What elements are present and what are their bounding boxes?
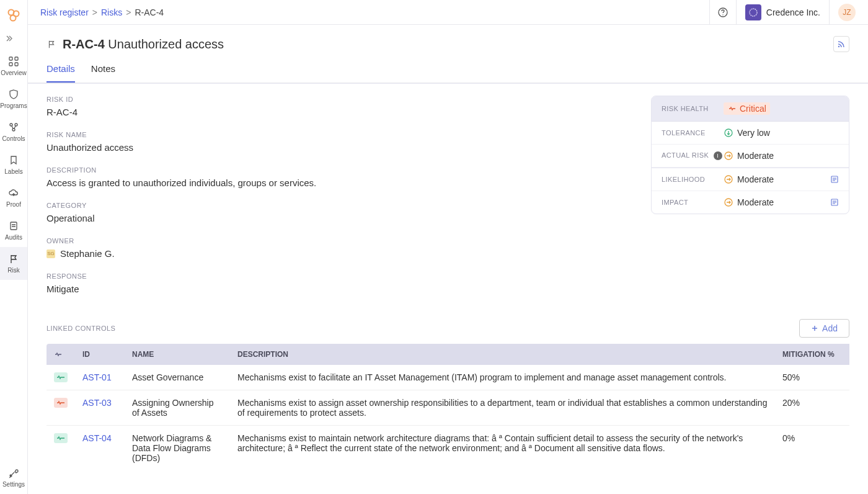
health-value-risk-health: Critical [724, 102, 770, 115]
health-label-tolerance: TOLERANCE [662, 129, 724, 137]
control-health-icon [54, 398, 68, 408]
health-value-actual-risk: Moderate [737, 151, 774, 161]
sidebar-item-risk[interactable]: Risk [0, 247, 27, 280]
tab-details[interactable]: Details [46, 63, 75, 83]
field-label-response: RESPONSE [46, 272, 639, 280]
arrow-right-circle-icon [724, 174, 733, 184]
column-name[interactable]: NAME [125, 344, 230, 365]
field-label-description: DESCRIPTION [46, 166, 639, 174]
flag-icon [46, 39, 56, 49]
field-label-risk-name: RISK NAME [46, 131, 639, 138]
health-label-actual-risk: ACTUAL RISK i [662, 151, 724, 160]
breadcrumb-risk-register[interactable]: Risk register [40, 7, 89, 17]
sidebar-item-label: Settings [2, 481, 25, 488]
control-id-link[interactable]: AST-04 [82, 433, 112, 443]
control-description: Mechanisms exist to maintain network arc… [230, 426, 775, 471]
heartbeat-icon [727, 104, 737, 114]
field-label-risk-id: RISK ID [46, 96, 639, 103]
heartbeat-icon [54, 350, 68, 359]
plus-icon [811, 325, 818, 332]
sidebar-item-overview[interactable]: Overview [0, 50, 27, 83]
breadcrumb-risks[interactable]: Risks [101, 7, 122, 17]
column-mitigation[interactable]: MITIGATION % [775, 344, 849, 365]
svg-rect-3 [9, 57, 12, 60]
control-name: Asset Governance [125, 365, 230, 390]
control-id-link[interactable]: AST-03 [82, 398, 112, 408]
sidebar-expand-toggle[interactable] [0, 32, 27, 50]
control-health-icon [54, 372, 68, 382]
rss-icon [837, 40, 846, 48]
field-value-response: Mitigate [46, 284, 639, 294]
sidebar-item-programs[interactable]: Programs [0, 83, 27, 115]
sidebar-item-audits[interactable]: Audits [0, 214, 27, 247]
linked-controls-title: LINKED CONTROLS [46, 325, 115, 332]
sidebar-item-label: Overview [1, 70, 27, 76]
table-row[interactable]: AST-01Asset GovernanceMechanisms exist t… [46, 365, 849, 390]
risk-health-card: RISK HEALTH Critical TOLERANCE Very low [651, 96, 849, 214]
help-icon [717, 7, 728, 18]
table-row[interactable]: AST-04Network Diagrams & Data Flow Diagr… [46, 426, 849, 471]
page-title: R-AC-4 Unauthorized access [63, 37, 224, 52]
add-linked-control-button[interactable]: Add [799, 319, 849, 338]
sidebar-item-label: Risk [7, 267, 19, 274]
svg-rect-4 [15, 57, 18, 60]
org-switcher[interactable]: Credence Inc. [737, 4, 829, 20]
column-description[interactable]: DESCRIPTION [230, 344, 775, 365]
tools-icon [8, 467, 19, 478]
control-mitigation: 0% [775, 426, 849, 471]
control-description: Mechanisms exist to facilitate an IT Ass… [230, 365, 775, 390]
breadcrumb-current: R-AC-4 [135, 7, 164, 17]
edit-impact-button[interactable] [830, 198, 839, 207]
user-avatar[interactable]: JZ [838, 4, 856, 21]
sidebar-item-label: Controls [2, 135, 25, 142]
breadcrumb-separator: > [126, 7, 131, 17]
help-button[interactable] [710, 7, 736, 18]
field-value-description: Access is granted to unauthorized indivi… [46, 177, 639, 188]
sidebar-item-proof[interactable]: Proof [0, 181, 27, 214]
page-title-name: Unauthorized access [108, 37, 224, 51]
feed-button[interactable] [833, 36, 849, 52]
control-name: Network Diagrams & Data Flow Diagrams (D… [125, 426, 230, 471]
sidebar-item-label: Programs [0, 102, 27, 109]
tab-notes[interactable]: Notes [91, 63, 115, 83]
field-label-owner: OWNER [46, 237, 639, 245]
shield-icon [8, 89, 19, 100]
edit-likelihood-button[interactable] [830, 175, 839, 184]
svg-point-12 [722, 14, 723, 15]
svg-point-8 [15, 124, 17, 126]
health-value-impact: Moderate [737, 197, 774, 207]
health-label-risk-health: RISK HEALTH [662, 105, 724, 112]
sidebar-item-labels[interactable]: Labels [0, 148, 27, 181]
breadcrumb-separator: > [92, 7, 97, 17]
svg-point-7 [10, 124, 12, 126]
sidebar-item-controls[interactable]: Controls [0, 115, 27, 148]
svg-rect-5 [9, 63, 12, 66]
health-value-likelihood: Moderate [737, 174, 774, 184]
arrow-right-circle-icon [724, 151, 733, 161]
sidebar-item-settings[interactable]: Settings [0, 461, 27, 494]
table-row[interactable]: AST-03Assigning Ownership of AssetsMecha… [46, 390, 849, 426]
column-id[interactable]: ID [75, 344, 125, 365]
control-health-icon [54, 433, 68, 443]
org-logo [745, 4, 761, 20]
breadcrumb: Risk register > Risks > R-AC-4 [40, 7, 164, 17]
field-value-risk-name: Unauthorized access [46, 142, 639, 153]
health-label-likelihood: LIKELIHOOD [662, 176, 724, 183]
grid-icon [8, 56, 19, 67]
app-logo [6, 7, 21, 22]
svg-point-14 [838, 46, 839, 47]
field-value-risk-id: R-AC-4 [46, 107, 639, 117]
control-id-link[interactable]: AST-01 [82, 372, 112, 382]
info-icon[interactable]: i [714, 151, 722, 160]
control-mitigation: 50% [775, 365, 849, 390]
arrow-right-circle-icon [724, 197, 733, 207]
owner-avatar: SG [46, 249, 55, 258]
sidebar-item-label: Labels [4, 168, 22, 175]
control-description: Mechanisms exist to assign asset ownersh… [230, 390, 775, 426]
controls-icon [8, 122, 19, 133]
health-label-impact: IMPACT [662, 199, 724, 206]
flag-icon [8, 253, 19, 264]
svg-rect-10 [11, 222, 17, 230]
field-value-category: Operational [46, 213, 639, 223]
svg-point-2 [11, 16, 16, 21]
